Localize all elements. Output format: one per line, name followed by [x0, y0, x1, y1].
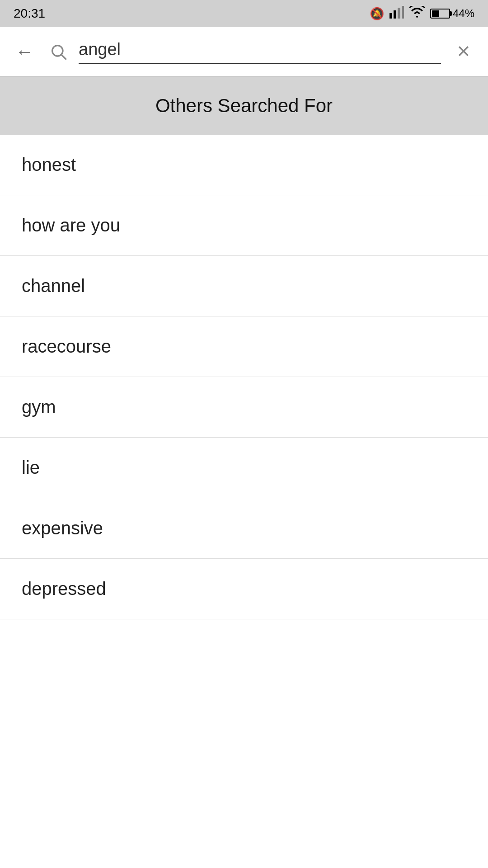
- back-arrow-icon: ←: [15, 42, 33, 62]
- result-text: depressed: [22, 579, 106, 599]
- section-header-title: Others Searched For: [155, 95, 333, 116]
- status-bar: 20:31 🔕 44%: [0, 0, 488, 27]
- svg-rect-2: [398, 8, 400, 19]
- status-icons: 🔕 44%: [370, 6, 474, 21]
- list-item[interactable]: expensive: [0, 498, 488, 559]
- back-button[interactable]: ←: [11, 38, 38, 65]
- search-bar: ← ✕: [0, 27, 488, 77]
- wifi-icon: [409, 6, 425, 21]
- svg-rect-1: [394, 10, 396, 19]
- list-item[interactable]: honest: [0, 135, 488, 195]
- clear-icon: ✕: [456, 42, 471, 61]
- search-icon-container: [47, 40, 70, 63]
- search-input-wrapper: [79, 40, 441, 64]
- list-item[interactable]: racecourse: [0, 316, 488, 377]
- battery-icon: [430, 9, 450, 19]
- results-list: honesthow are youchannelracecoursegymlie…: [0, 135, 488, 619]
- svg-rect-3: [402, 6, 404, 19]
- search-input[interactable]: [79, 40, 441, 59]
- result-text: expensive: [22, 518, 103, 538]
- result-text: lie: [22, 458, 40, 477]
- mute-icon: 🔕: [370, 7, 384, 21]
- result-text: racecourse: [22, 336, 111, 356]
- battery-percent: 44%: [453, 7, 474, 20]
- list-item[interactable]: how are you: [0, 195, 488, 256]
- list-item[interactable]: depressed: [0, 559, 488, 619]
- svg-rect-0: [389, 13, 392, 19]
- battery-indicator: 44%: [430, 7, 474, 20]
- result-text: channel: [22, 276, 85, 296]
- clear-button[interactable]: ✕: [450, 38, 477, 65]
- result-text: honest: [22, 155, 76, 175]
- list-item[interactable]: gym: [0, 377, 488, 438]
- result-text: gym: [22, 397, 56, 417]
- svg-line-5: [62, 55, 66, 59]
- search-icon: [49, 42, 67, 61]
- result-text: how are you: [22, 215, 120, 235]
- list-item[interactable]: channel: [0, 256, 488, 316]
- list-item[interactable]: lie: [0, 438, 488, 498]
- status-time: 20:31: [14, 6, 45, 21]
- section-header: Others Searched For: [0, 77, 488, 135]
- signal-icon: [389, 6, 404, 21]
